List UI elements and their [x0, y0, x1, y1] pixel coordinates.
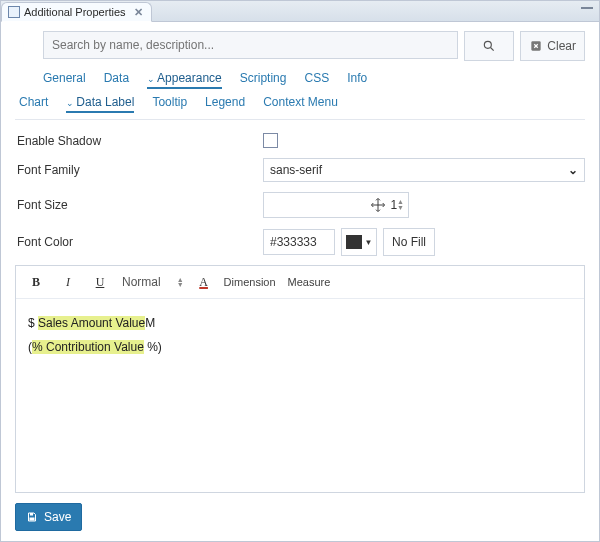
close-tab-icon[interactable]: ✕	[134, 6, 143, 19]
tab-scripting[interactable]: Scripting	[240, 71, 287, 89]
label-enable-shadow: Enable Shadow	[15, 134, 263, 148]
caret-sort-icon: ▲▼	[177, 277, 184, 287]
editor-line-2: (% Contribution Value %)	[28, 335, 572, 359]
svg-rect-7	[30, 513, 33, 516]
row-font-family: Font Family sans-serif ⌄	[15, 153, 585, 187]
save-label: Save	[44, 510, 71, 524]
format-select[interactable]: Normal ▲▼	[122, 275, 184, 289]
color-swatch-button[interactable]: ▼	[341, 228, 377, 256]
label-font-color: Font Color	[15, 235, 263, 249]
token-sales-amount[interactable]: Sales Amount Value	[38, 316, 145, 330]
clear-label: Clear	[547, 39, 576, 53]
search-input[interactable]	[43, 31, 458, 59]
caret-down-icon: ⌄	[147, 74, 155, 84]
window-tab[interactable]: Additional Properties ✕	[1, 2, 152, 22]
no-fill-button[interactable]: No Fill	[383, 228, 435, 256]
color-swatch	[346, 235, 362, 249]
titlebar: Additional Properties ✕	[1, 1, 599, 22]
format-select-value: Normal	[122, 275, 161, 289]
subtab-tooltip[interactable]: Tooltip	[152, 95, 187, 113]
caret-down-icon: ▼	[365, 238, 373, 247]
insert-dimension-button[interactable]: Dimension	[224, 276, 276, 288]
rich-text-editor: B I U Normal ▲▼ A Dimension Measure $ Sa…	[15, 265, 585, 493]
search-row: Clear	[43, 31, 585, 61]
window-title: Additional Properties	[24, 6, 126, 18]
subtab-chart[interactable]: Chart	[19, 95, 48, 113]
app-window: Additional Properties ✕ Clear	[0, 0, 600, 542]
row-font-color: Font Color #333333 ▼ No Fill	[15, 223, 585, 261]
tab-css[interactable]: CSS	[304, 71, 329, 89]
line2-suffix: %)	[144, 340, 162, 354]
app-icon	[8, 6, 20, 18]
subtab-data-label[interactable]: ⌄Data Label	[66, 95, 134, 113]
fontcolor-button[interactable]: A	[196, 275, 212, 290]
caret-down-icon: ⌄	[66, 98, 74, 108]
line1-suffix: M	[145, 316, 155, 330]
clear-button[interactable]: Clear	[520, 31, 585, 61]
tab-info[interactable]: Info	[347, 71, 367, 89]
tab-data[interactable]: Data	[104, 71, 129, 89]
select-font-family-value: sans-serif	[270, 163, 322, 177]
footer: Save	[15, 493, 585, 531]
input-font-size[interactable]: 1 ▲▼	[263, 192, 409, 218]
minimize-icon[interactable]	[581, 4, 593, 9]
svg-rect-8	[30, 518, 35, 521]
search-icon	[482, 39, 496, 53]
insert-measure-button[interactable]: Measure	[288, 276, 331, 288]
divider	[15, 119, 585, 120]
content-area: Clear General Data ⌄Appearance Scripting…	[1, 21, 599, 541]
font-color-hex-value: #333333	[270, 235, 317, 249]
no-fill-label: No Fill	[392, 235, 426, 249]
clear-icon	[529, 39, 543, 53]
tab-appearance[interactable]: ⌄Appearance	[147, 71, 222, 89]
subtab-context-menu[interactable]: Context Menu	[263, 95, 338, 113]
row-font-size: Font Size 1 ▲	[15, 187, 585, 223]
italic-button[interactable]: I	[58, 272, 78, 292]
label-font-family: Font Family	[15, 163, 263, 177]
save-icon	[26, 511, 38, 523]
label-font-size: Font Size	[15, 198, 263, 212]
save-button[interactable]: Save	[15, 503, 82, 531]
underline-button[interactable]: U	[90, 272, 110, 292]
editor-body[interactable]: $ Sales Amount ValueM (% Contribution Va…	[16, 299, 584, 492]
bold-button[interactable]: B	[26, 272, 46, 292]
svg-line-1	[491, 48, 494, 51]
row-enable-shadow: Enable Shadow	[15, 128, 585, 153]
sub-tabrow: Chart ⌄Data Label Tooltip Legend Context…	[15, 93, 585, 117]
line1-prefix: $	[28, 316, 38, 330]
svg-point-0	[485, 41, 492, 48]
subtab-legend[interactable]: Legend	[205, 95, 245, 113]
chevron-down-icon: ⌄	[568, 163, 578, 177]
spinner-icon[interactable]: ▲▼	[397, 199, 404, 211]
select-font-family[interactable]: sans-serif ⌄	[263, 158, 585, 182]
input-font-color-hex[interactable]: #333333	[263, 229, 335, 255]
main-tabrow: General Data ⌄Appearance Scripting CSS I…	[15, 69, 585, 93]
editor-line-1: $ Sales Amount ValueM	[28, 311, 572, 335]
token-contribution[interactable]: % Contribution Value	[32, 340, 144, 354]
tab-general[interactable]: General	[43, 71, 86, 89]
editor-toolbar: B I U Normal ▲▼ A Dimension Measure	[16, 266, 584, 299]
search-button[interactable]	[464, 31, 514, 61]
fontcolor-icon: A	[199, 275, 208, 290]
move-cursor-icon	[370, 197, 386, 213]
font-size-value: 1	[390, 198, 397, 212]
checkbox-enable-shadow[interactable]	[263, 133, 278, 148]
